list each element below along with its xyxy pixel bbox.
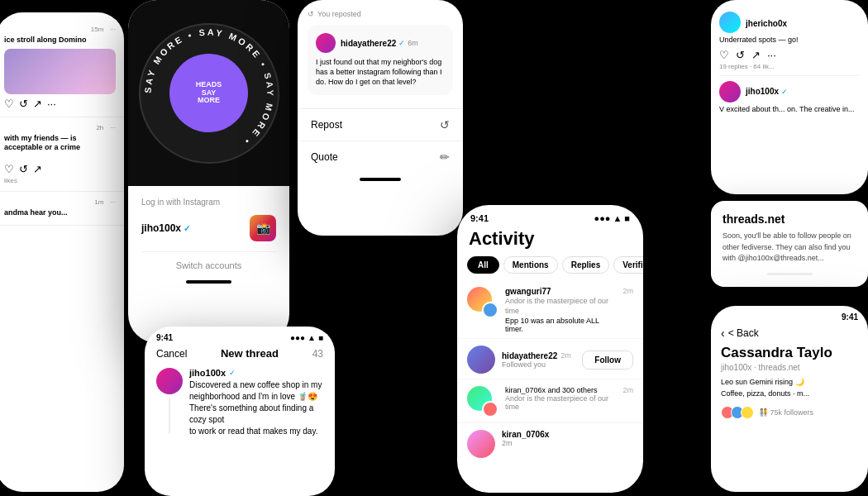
right-repost-1[interactable]: ↺ — [736, 49, 745, 61]
feed-actions-1: ♡ ↺ ↗ ··· — [4, 98, 116, 110]
right-top-phone: jhericho0x Underrated spots — go! ♡ ↺ ↗ … — [711, 0, 868, 194]
login-username: jiho100x — [141, 222, 181, 234]
login-user-info: jiho100x ✓ — [141, 222, 190, 234]
repost-icon[interactable]: ↺ — [19, 98, 28, 110]
instagram-icon[interactable]: 📸 — [250, 215, 276, 241]
like-icon-2[interactable]: ♡ — [4, 163, 14, 175]
right-actions-1: ♡ ↺ ↗ ··· — [719, 49, 860, 61]
activity-avatars-1 — [467, 287, 498, 318]
stat-avatar-group — [721, 406, 754, 419]
share-icon-2[interactable]: ↗ — [33, 163, 42, 175]
feed-image-1 — [4, 49, 116, 94]
repost-icon-2[interactable]: ↺ — [19, 163, 28, 175]
activity-avatar-4 — [467, 430, 495, 458]
right-feed: jhericho0x Underrated spots — go! ♡ ↺ ↗ … — [711, 0, 868, 122]
activity-status-bar: 9:41 ●●● ▲ ■ — [457, 205, 643, 225]
share-icon[interactable]: ↗ — [33, 98, 42, 110]
filter-all[interactable]: All — [467, 256, 499, 274]
char-count: 43 — [312, 348, 323, 360]
nt-battery: ■ — [318, 333, 323, 342]
left-phone: 15m ··· ice stroll along Domino ♡ ↺ ↗ ··… — [0, 12, 124, 492]
activity-avatars-3 — [467, 386, 498, 417]
activity-title: Activity — [457, 225, 643, 256]
feed-item-1: 15m ··· ice stroll along Domino ♡ ↺ ↗ ··… — [0, 19, 124, 117]
new-thread-status-icons: ●●● ▲ ■ — [290, 333, 323, 342]
activity-avatar-2 — [467, 346, 495, 374]
rb-time: 9:41 — [842, 312, 858, 322]
feed-more-2[interactable]: ··· — [110, 124, 116, 131]
bottom-bar-repost — [360, 178, 401, 181]
back-nav[interactable]: ‹ < Back — [711, 323, 868, 343]
repost-content: ↺ You reposted hidayathere22 ✓ 6m I just… — [298, 0, 463, 108]
more-icon[interactable]: ··· — [47, 98, 56, 110]
composer-text[interactable]: Discovered a new coffee shop in my neigh… — [189, 379, 323, 437]
quote-label: Quote — [311, 151, 338, 163]
instagram-logo: 📸 — [256, 222, 270, 235]
profile-stats: 🧑‍🤝‍🧑 75k followers — [711, 399, 868, 426]
like-icon[interactable]: ♡ — [4, 98, 14, 110]
repost-icon-action: ↺ — [440, 118, 450, 131]
feed-more-1[interactable]: ··· — [110, 26, 116, 33]
thread-composer: jiho100x ✓ Discovered a new coffee shop … — [145, 365, 335, 441]
threads-info-text: Soon, you'll be able to follow people on… — [723, 231, 856, 265]
status-icons: ●●● ▲ ■ — [594, 213, 630, 223]
sticker-login-phone: SAY MORE • SAY MORE • SAY MORE • HEADSSA… — [128, 0, 289, 343]
right-username-2: jiho100x — [746, 87, 779, 96]
right-feed-item-2: jiho100x ✓ V excited about th... on. The… — [719, 76, 860, 120]
info-bottom-bar — [767, 273, 813, 275]
feed-item-2: 2h ··· with my friends — is acceptable o… — [0, 117, 124, 192]
follow-button[interactable]: Follow — [582, 351, 633, 370]
activity-info-2: hidayathere22 2m Followed you — [502, 351, 575, 369]
activity-avatar-secondary-3 — [482, 401, 498, 417]
right-share-1[interactable]: ↗ — [751, 49, 761, 61]
activity-username-2: hidayathere22 — [502, 351, 557, 360]
new-thread-phone: 9:41 ●●● ▲ ■ Cancel New thread 43 jiho10… — [145, 327, 335, 496]
activity-item-4: kiran_0706x 2m — [457, 423, 643, 463]
activity-item-3: kiran_0706x and 300 others Andor is the … — [457, 379, 643, 423]
right-more-1[interactable]: ··· — [767, 49, 776, 61]
tweet-header: hidayathere22 ✓ 6m — [316, 33, 445, 53]
composer-username: jiho100x — [189, 368, 226, 378]
stat-text: 🧑‍🤝‍🧑 75k followers — [759, 408, 813, 417]
rb-status-bar: 9:41 — [711, 306, 868, 323]
right-avatar-1 — [719, 12, 741, 33]
nt-wifi: ▲ — [308, 333, 316, 342]
switch-accounts-btn[interactable]: Switch accounts — [141, 251, 276, 270]
quote-action[interactable]: Quote ✏ — [298, 141, 463, 173]
sticker-inner: HEADSSAYMORE — [169, 54, 248, 132]
new-thread-title: New thread — [221, 347, 279, 360]
quoted-tweet: hidayathere22 ✓ 6m I just found out that… — [308, 25, 453, 95]
activity-username-3: kiran_0706x and 300 others — [505, 386, 616, 394]
composer-content: jiho100x ✓ Discovered a new coffee shop … — [189, 368, 323, 437]
feed-item-3: 1m ··· andma hear you... — [0, 192, 124, 226]
feed-text-2: with my friends — is acceptable or a cri… — [4, 134, 116, 153]
composer-verified: ✓ — [229, 369, 236, 377]
filter-mentions[interactable]: Mentions — [503, 256, 558, 274]
cancel-button[interactable]: Cancel — [156, 348, 187, 360]
filter-verified[interactable]: Verifi — [613, 256, 643, 274]
repost-label: Repost — [311, 119, 342, 131]
feed-time-3: 1m — [94, 198, 103, 206]
feed-more-3[interactable]: ··· — [110, 198, 116, 206]
activity-desc-2: Followed you — [502, 360, 575, 369]
new-thread-time: 9:41 — [156, 333, 173, 342]
feed-time-1: 15m — [91, 26, 104, 33]
activity-info-3: kiran_0706x and 300 others Andor is the … — [505, 386, 616, 411]
right-like-1[interactable]: ♡ — [719, 49, 729, 61]
threads-info-title: threads.net — [723, 212, 856, 226]
tweet-avatar — [316, 33, 336, 53]
login-row[interactable]: jiho100x ✓ 📸 — [141, 215, 276, 241]
activity-avatar-secondary-1 — [482, 302, 498, 318]
activity-item-2: hidayathere22 2m Followed you Follow — [457, 339, 643, 379]
feed-text-3: andma hear you... — [4, 208, 116, 218]
right-feed-item-1: jhericho0x Underrated spots — go! ♡ ↺ ↗ … — [719, 7, 860, 76]
filter-replies[interactable]: Replies — [562, 256, 610, 274]
battery-icon: ■ — [624, 213, 630, 223]
activity-desc-4: 2m — [502, 439, 633, 447]
activity-username-1: gwanguri77 — [505, 287, 616, 296]
new-thread-status: 9:41 ●●● ▲ ■ — [145, 327, 335, 344]
login-prompt: Log in with Instagram — [141, 198, 276, 207]
repost-phone: ↺ You reposted hidayathere22 ✓ 6m I just… — [298, 0, 463, 236]
feed-counts-2: likes — [4, 177, 116, 184]
repost-action[interactable]: Repost ↺ — [298, 109, 463, 141]
